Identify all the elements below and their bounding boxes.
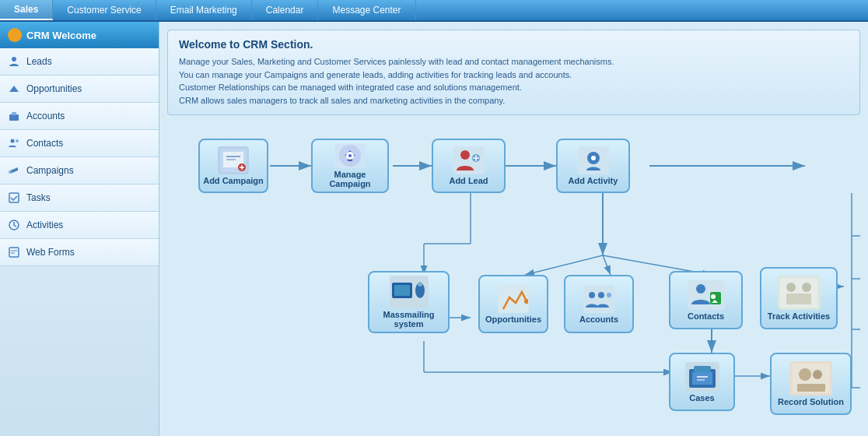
svg-point-59 <box>696 284 705 294</box>
svg-rect-2 <box>12 112 16 115</box>
svg-point-50 <box>591 156 596 160</box>
welcome-line-2: You can manage your Campaigns and genera… <box>179 69 849 82</box>
webforms-icon <box>8 246 20 258</box>
svg-point-54 <box>418 282 422 287</box>
svg-point-58 <box>607 293 611 297</box>
sidebar-item-opportunities[interactable]: Opportunities <box>0 76 159 103</box>
sidebar-item-campaigns[interactable]: Campaigns <box>0 157 159 185</box>
node-track-activities[interactable]: Track Activities <box>760 267 838 329</box>
tab-customer-service[interactable]: Customer Service <box>53 0 156 20</box>
node-manage-campaign[interactable]: Manage Campaign <box>311 139 389 193</box>
svg-rect-6 <box>9 193 19 202</box>
manage-campaign-image <box>334 143 366 168</box>
manage-campaign-label: Manage Campaign <box>316 170 384 188</box>
welcome-box: Welcome to CRM Section. Manage your Sale… <box>167 30 860 115</box>
activities-icon <box>8 219 20 231</box>
add-activity-image <box>578 146 609 174</box>
sidebar-title: CRM Welcome <box>26 30 96 41</box>
tasks-icon <box>8 192 20 204</box>
svg-rect-1 <box>9 114 19 121</box>
svg-line-30 <box>603 255 611 275</box>
node-record-solution[interactable]: Record Solution <box>770 353 852 415</box>
opportunities-image <box>498 285 529 313</box>
svg-point-3 <box>11 139 15 143</box>
add-lead-label: Add Lead <box>449 176 488 185</box>
node-add-lead[interactable]: Add Lead <box>432 139 506 193</box>
record-solution-image <box>789 361 832 396</box>
sidebar: CRM Welcome Leads Opportunities Accounts… <box>0 22 159 436</box>
svg-point-45 <box>460 150 470 160</box>
sidebar-header: CRM Welcome <box>0 22 159 48</box>
cases-label: Cases <box>689 393 714 403</box>
node-add-campaign[interactable]: Add Campaign <box>198 139 268 193</box>
tab-message-center[interactable]: Message Center <box>318 0 415 20</box>
track-activities-label: Track Activities <box>768 311 830 321</box>
welcome-line-1: Manage your Sales, Marketing and Custome… <box>179 55 849 69</box>
svg-point-61 <box>711 294 716 299</box>
node-add-activity[interactable]: Add Activity <box>556 139 630 193</box>
svg-rect-65 <box>786 294 811 304</box>
node-accounts[interactable]: Accounts <box>564 275 634 333</box>
contacts-image <box>688 280 725 310</box>
welcome-title: Welcome to CRM Section. <box>179 38 849 51</box>
main-layout: CRM Welcome Leads Opportunities Accounts… <box>0 22 868 436</box>
campaigns-icon <box>8 164 20 177</box>
node-cases[interactable]: Cases <box>669 353 735 411</box>
svg-point-73 <box>813 370 822 379</box>
top-navigation: Sales Customer Service Email Marketing C… <box>0 0 868 22</box>
tab-calendar[interactable]: Calendar <box>252 0 319 20</box>
sidebar-item-tasks[interactable]: Tasks <box>0 185 159 212</box>
svg-point-57 <box>598 292 604 298</box>
contacts-icon <box>8 137 20 149</box>
add-lead-image <box>453 146 485 174</box>
track-activities-image <box>778 276 821 310</box>
add-campaign-image <box>218 146 249 174</box>
sidebar-item-leads[interactable]: Leads <box>0 48 159 76</box>
node-massmailing[interactable]: Massmailing system <box>368 271 450 333</box>
welcome-line-3: Customer Relationships can be managed wi… <box>179 81 849 94</box>
add-activity-label: Add Activity <box>569 176 618 185</box>
svg-line-29 <box>525 255 603 275</box>
svg-point-64 <box>802 283 811 292</box>
flow-arrows <box>167 123 860 403</box>
add-campaign-label: Add Campaign <box>203 176 264 185</box>
record-solution-label: Record Solution <box>778 397 844 406</box>
opportunities-label: Opportunities <box>485 315 541 324</box>
massmailing-image <box>390 276 429 308</box>
leads-icon <box>8 55 20 68</box>
welcome-line-4: CRM allows sales managers to track all s… <box>179 94 849 107</box>
tab-sales[interactable]: Sales <box>0 0 53 20</box>
cases-image <box>685 362 719 392</box>
sidebar-item-webforms[interactable]: Web Forms <box>0 239 159 266</box>
content-area: Welcome to CRM Section. Manage your Sale… <box>159 22 868 436</box>
svg-rect-68 <box>692 372 712 385</box>
svg-point-4 <box>16 139 19 142</box>
accounts-label: Accounts <box>579 315 618 324</box>
sidebar-item-activities[interactable]: Activities <box>0 212 159 239</box>
massmailing-label: Massmailing system <box>373 310 445 329</box>
svg-point-72 <box>799 368 811 381</box>
svg-point-5 <box>9 171 12 174</box>
accounts-image <box>583 285 614 313</box>
sidebar-item-contacts[interactable]: Contacts <box>0 130 159 157</box>
svg-rect-52 <box>394 285 410 296</box>
svg-point-0 <box>12 57 16 62</box>
svg-rect-67 <box>694 366 711 372</box>
flowchart: Add Campaign Manage Campaign Add Lead <box>167 123 860 403</box>
node-contacts[interactable]: Contacts <box>669 271 743 329</box>
opportunities-icon <box>8 83 20 95</box>
crm-icon <box>8 28 22 42</box>
tab-email-marketing[interactable]: Email Marketing <box>156 0 252 20</box>
sidebar-item-accounts[interactable]: Accounts <box>0 103 159 130</box>
svg-point-44 <box>348 154 352 157</box>
svg-point-63 <box>786 283 796 292</box>
node-opportunities[interactable]: Opportunities <box>478 275 548 333</box>
svg-rect-74 <box>797 384 825 392</box>
svg-rect-8 <box>9 248 19 257</box>
accounts-icon <box>8 110 20 122</box>
svg-point-56 <box>589 292 595 298</box>
contacts-label: Contacts <box>688 311 724 321</box>
